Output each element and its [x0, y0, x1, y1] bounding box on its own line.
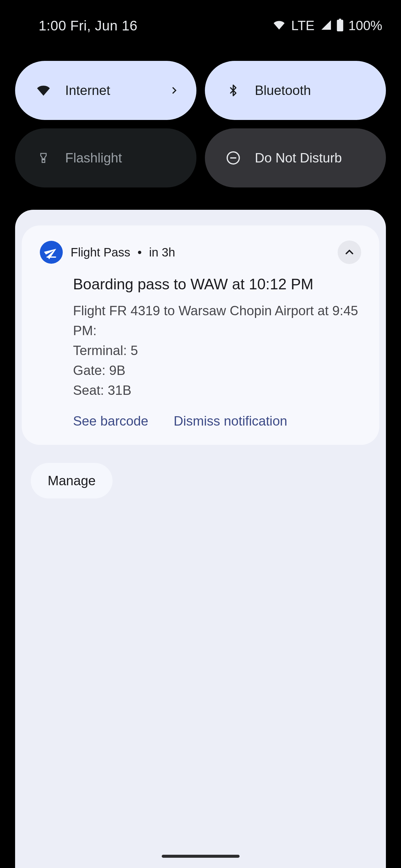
app-icon-flight	[40, 241, 63, 264]
qs-tile-label: Internet	[65, 83, 184, 98]
notification-app-name: Flight Pass	[70, 246, 130, 259]
svg-rect-3	[47, 256, 56, 258]
chevron-right-icon	[169, 83, 178, 98]
flashlight-icon	[34, 150, 53, 166]
notification-title: Boarding pass to WAW at 10:12 PM	[73, 276, 361, 293]
qs-tile-label: Bluetooth	[255, 83, 374, 98]
signal-icon	[320, 19, 332, 32]
svg-point-0	[43, 159, 44, 160]
collapse-button[interactable]	[338, 241, 361, 264]
status-bar: 1:00 Fri, Jun 16 LTE 100%	[0, 0, 401, 51]
qs-tile-flashlight[interactable]: Flashlight	[15, 128, 196, 187]
status-clock: 1:00 Fri, Jun 16	[39, 18, 138, 34]
action-dismiss[interactable]: Dismiss notification	[174, 413, 288, 429]
qs-tile-dnd[interactable]: Do Not Disturb	[205, 128, 386, 187]
qs-tile-label: Do Not Disturb	[255, 150, 374, 165]
wifi-icon	[273, 20, 286, 32]
notification-actions: See barcode Dismiss notification	[73, 413, 361, 429]
notification-header: Flight Pass • in 3h	[40, 241, 361, 264]
notification-card[interactable]: Flight Pass • in 3h Boarding pass to WAW…	[22, 225, 379, 445]
action-see-barcode[interactable]: See barcode	[73, 413, 148, 429]
manage-button[interactable]: Manage	[31, 463, 113, 498]
qs-tile-bluetooth[interactable]: Bluetooth	[205, 61, 386, 120]
bluetooth-icon	[224, 83, 242, 98]
qs-tile-internet[interactable]: Internet	[15, 61, 196, 120]
notification-body: Flight FR 4319 to Warsaw Chopin Airport …	[73, 301, 361, 400]
dnd-icon	[224, 151, 242, 165]
status-right: LTE 100%	[273, 18, 382, 33]
battery-icon	[336, 19, 344, 33]
notification-shade: Flight Pass • in 3h Boarding pass to WAW…	[15, 210, 386, 868]
notification-when: in 3h	[149, 246, 175, 259]
chevron-up-icon	[344, 247, 355, 258]
wifi-icon	[34, 84, 53, 97]
gesture-nav-bar[interactable]	[162, 855, 239, 858]
battery-text: 100%	[348, 18, 382, 33]
network-type-label: LTE	[291, 18, 314, 33]
qs-tile-label: Flashlight	[65, 150, 184, 165]
quick-settings: Internet Bluetooth Flashlight Do Not Dis…	[15, 61, 386, 187]
separator-dot: •	[138, 246, 142, 259]
